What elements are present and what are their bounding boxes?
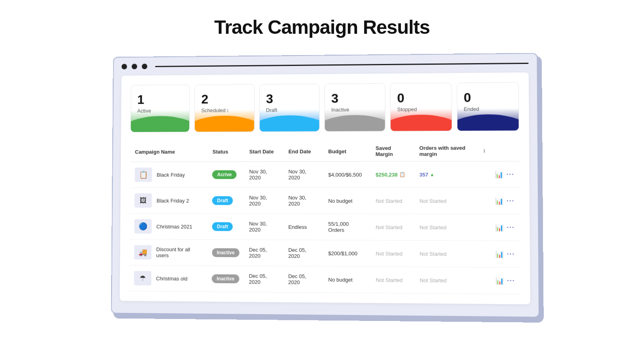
stat-card-ended: 0 Ended xyxy=(457,82,519,131)
status-badge: Inactive xyxy=(212,274,239,283)
td-budget: $200/$1,000 xyxy=(323,240,371,267)
browser-dot-2 xyxy=(132,64,137,69)
stat-number-ended: 0 xyxy=(464,90,512,105)
stat-number-draft: 3 xyxy=(266,91,313,106)
stat-card-inactive: 3 Inactive xyxy=(324,83,386,132)
status-badge: Inactive xyxy=(212,248,239,257)
stat-illustration-stopped xyxy=(391,109,452,131)
bar-chart-icon[interactable]: 📊 xyxy=(495,250,504,258)
thumb-icon: 📋 xyxy=(139,170,148,179)
browser-content: 1 Active 2 Scheduled ℹ 3 Draft 3 Inactiv… xyxy=(120,72,530,304)
bar-chart-icon[interactable]: 📊 xyxy=(495,277,504,285)
page-title: Track Campaign Results xyxy=(214,16,430,38)
stat-number-scheduled: 2 xyxy=(201,92,248,107)
status-badge: Draft xyxy=(212,196,233,205)
td-start-date: Dec 05, 2020 xyxy=(244,266,283,292)
not-started-margin: Not Started xyxy=(376,250,402,256)
svg-point-5 xyxy=(457,114,519,131)
not-started-orders: Not Started xyxy=(419,224,446,230)
campaign-name-text: Christmas 2021 xyxy=(156,223,192,229)
thumb-icon: ☂ xyxy=(140,274,146,283)
th-orders: Orders with saved margin ℹ xyxy=(415,141,490,161)
td-budget: 55/1,000 Orders xyxy=(323,214,371,241)
td-saved-margin: $250,238 📋 xyxy=(371,161,415,187)
td-status: Draft xyxy=(207,214,244,240)
td-campaign-name: 🖼 Black Friday 2 xyxy=(130,187,207,214)
not-started-orders: Not Started xyxy=(420,251,447,257)
td-actions: 📊 ··· xyxy=(490,267,520,294)
more-options-icon[interactable]: ··· xyxy=(507,197,515,204)
td-actions: 📊 ··· xyxy=(490,241,520,267)
thumb-icon: 🔵 xyxy=(139,222,148,231)
stat-illustration-inactive xyxy=(325,109,385,132)
td-saved-margin: Not Started xyxy=(371,214,415,241)
td-end-date: Nov 30, 2020 xyxy=(284,162,324,188)
td-status: Draft xyxy=(207,187,244,214)
td-actions: 📊 ··· xyxy=(490,188,520,214)
status-badge: Acrive xyxy=(213,170,237,179)
more-options-icon[interactable]: ··· xyxy=(507,224,515,231)
browser-window: 1 Active 2 Scheduled ℹ 3 Draft 3 Inactiv… xyxy=(111,53,540,318)
td-start-date: Nov 30, 2020 xyxy=(244,187,284,214)
bar-chart-icon[interactable]: 📊 xyxy=(495,197,504,205)
campaign-thumbnail: 🚚 xyxy=(134,245,151,259)
thumb-icon: 🚚 xyxy=(138,248,147,257)
td-status: Acrive xyxy=(208,162,245,188)
table-header-row: Campaign Name Status Start Date End Date… xyxy=(130,141,519,162)
td-saved-margin: Not Started xyxy=(371,188,415,214)
browser-addressbar xyxy=(155,62,528,67)
svg-point-2 xyxy=(260,115,319,132)
table-row: 🚚 Discount for all users Inactive Dec 05… xyxy=(129,239,520,267)
orders-info-icon: ℹ xyxy=(483,148,485,154)
more-options-icon[interactable]: ··· xyxy=(507,277,515,285)
table-row: 🔵 Christmas 2021 Draft Nov 30, 2020 Endl… xyxy=(130,214,520,241)
stats-row: 1 Active 2 Scheduled ℹ 3 Draft 3 Inactiv… xyxy=(130,82,519,132)
not-started-margin: Not Started xyxy=(376,198,402,204)
campaign-thumbnail: 📋 xyxy=(135,168,152,182)
td-start-date: Dec 05, 2020 xyxy=(244,240,284,266)
stat-illustration-draft xyxy=(260,109,319,132)
th-status: Status xyxy=(208,142,244,162)
td-start-date: Nov 30, 2020 xyxy=(244,162,283,188)
stat-illustration-ended xyxy=(457,108,519,131)
saved-margin-value: $250,238 📋 xyxy=(376,171,410,177)
td-actions: 📊 ··· xyxy=(490,214,520,241)
td-orders: Not Started xyxy=(415,267,490,294)
stat-number-inactive: 3 xyxy=(331,91,378,106)
browser-topbar xyxy=(114,54,537,76)
td-campaign-name: 🔵 Christmas 2021 xyxy=(130,214,208,240)
td-budget: No budget xyxy=(323,266,371,293)
stat-card-scheduled: 2 Scheduled ℹ xyxy=(194,84,254,132)
th-start-date: Start Date xyxy=(244,141,283,161)
campaign-thumbnail: ☂ xyxy=(134,271,151,286)
th-end-date: End Date xyxy=(284,141,324,162)
campaign-name-text: Black Friday xyxy=(157,172,185,178)
stat-card-active: 1 Active xyxy=(130,84,190,132)
thumb-icon: 🖼 xyxy=(140,196,147,205)
td-end-date: Nov 30, 2020 xyxy=(283,187,323,214)
td-campaign-name: 📋 Black Friday xyxy=(130,162,208,187)
more-options-icon[interactable]: ··· xyxy=(506,171,514,178)
td-budget: $4,000/$6,500 xyxy=(324,161,371,187)
td-saved-margin: Not Started xyxy=(371,267,415,294)
stat-card-stopped: 0 Stopped xyxy=(390,83,452,132)
status-badge: Draft xyxy=(212,222,233,231)
td-end-date: Endless xyxy=(283,214,323,240)
bar-chart-icon[interactable]: 📊 xyxy=(495,171,503,178)
stat-card-draft: 3 Draft xyxy=(259,84,320,132)
svg-point-3 xyxy=(325,115,385,132)
not-started-margin: Not Started xyxy=(376,224,402,230)
td-saved-margin: Not Started xyxy=(371,240,415,267)
bar-chart-icon[interactable]: 📊 xyxy=(495,224,504,231)
orders-value: 357 ▲ xyxy=(419,171,485,177)
campaign-name-text: Black Friday 2 xyxy=(157,197,189,204)
browser-dot-3 xyxy=(142,64,147,69)
th-actions xyxy=(490,141,519,161)
table-row: 📋 Black Friday Acrive Nov 30, 2020 Nov 3… xyxy=(130,161,520,188)
campaign-name-text: Christmas old xyxy=(156,275,188,281)
svg-point-4 xyxy=(391,115,452,131)
more-options-icon[interactable]: ··· xyxy=(507,251,515,258)
td-start-date: Nov 30, 2020 xyxy=(244,214,284,240)
svg-point-1 xyxy=(195,115,254,132)
stat-number-active: 1 xyxy=(137,92,183,107)
